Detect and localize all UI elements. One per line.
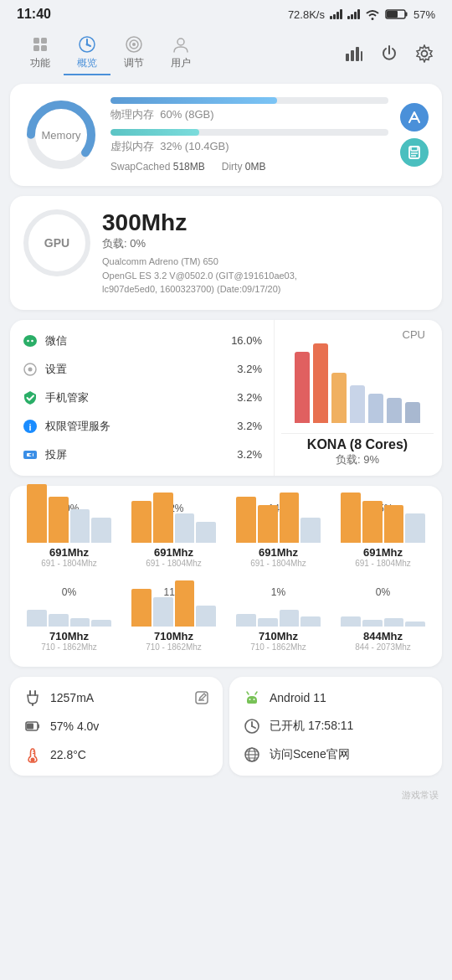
svg-point-27 xyxy=(31,339,33,342)
battery-item: 57% 4.0v xyxy=(23,717,209,735)
cpu-app-cast: 投屏 3.2% xyxy=(10,441,274,469)
gpu-freq: 300Mhz xyxy=(102,209,429,236)
svg-point-11 xyxy=(177,39,184,45)
dirty-val: 0MB xyxy=(245,161,266,173)
core-item-1: 19%691Mhz691 - 1804Mhz xyxy=(20,496,118,573)
cpu-bar-4 xyxy=(350,385,365,423)
mem-action-btns xyxy=(400,103,429,167)
settings-icon[interactable] xyxy=(413,43,435,64)
svg-point-10 xyxy=(132,43,136,46)
status-time: 11:40 xyxy=(17,7,51,22)
svg-point-25 xyxy=(23,335,37,347)
cpu-app-card: 微信 16.0% 设置 3.2% 手机管家 3.2% xyxy=(10,320,442,476)
svg-rect-14 xyxy=(356,47,359,61)
virt-label: 虚拟内存 xyxy=(110,140,154,152)
svg-rect-1 xyxy=(405,13,408,17)
power-icon[interactable] xyxy=(378,43,400,64)
tab-gongnen-label: 功能 xyxy=(30,56,50,70)
wifi-icon xyxy=(365,8,380,20)
phys-mem-bar xyxy=(110,97,277,104)
core-item-4: 15%691Mhz691 - 1804Mhz xyxy=(334,496,432,573)
core-bars-7 xyxy=(236,600,321,627)
mem-footer: SwapCached 518MB Dirty 0MB xyxy=(110,161,388,173)
core-grid-card: 19%691Mhz691 - 1804Mhz12%691Mhz691 - 180… xyxy=(10,486,442,667)
temp-item: 22.8°C xyxy=(23,745,209,764)
website-text: 访问Scene官网 xyxy=(270,747,350,762)
signal-icon-2 xyxy=(347,9,360,19)
website-item[interactable]: 访问Scene官网 xyxy=(243,745,429,764)
svg-rect-39 xyxy=(38,724,39,728)
settings-name: 设置 xyxy=(45,362,220,377)
edit-icon[interactable] xyxy=(194,690,209,705)
dirty-key: Dirty xyxy=(222,161,243,173)
cpu-chart-label: CPU xyxy=(403,328,425,341)
gpu-info: 300Mhz 负载: 0% Qualcomm Adreno (TM) 650Op… xyxy=(102,209,429,297)
cpu-bar-1 xyxy=(295,352,310,423)
permission-pct: 3.2% xyxy=(227,420,262,432)
cpu-app-wechat: 微信 16.0% xyxy=(10,327,274,355)
svg-rect-2 xyxy=(387,11,398,18)
gpu-circle: GPU xyxy=(23,209,90,276)
manager-pct: 3.2% xyxy=(227,391,262,404)
cpu-bar-6 xyxy=(387,398,402,423)
gpu-label: GPU xyxy=(44,236,69,250)
svg-point-7 xyxy=(86,44,89,46)
cpu-name: KONA (8 Cores) xyxy=(307,437,408,452)
power-text: 1257mA xyxy=(50,691,94,704)
tab-gaiulan[interactable]: 概览 xyxy=(64,32,110,75)
svg-rect-40 xyxy=(27,723,33,729)
mem-clean-btn[interactable] xyxy=(400,103,429,132)
nav-bar: 功能 概览 调节 用户 xyxy=(0,27,452,84)
svg-line-50 xyxy=(252,726,255,728)
core-item-5: 0%710Mhz710 - 1862Mhz xyxy=(20,580,118,657)
phys-label: 物理内存 xyxy=(110,108,154,121)
watermark-text: 游戏常误 xyxy=(402,790,439,800)
manager-name: 手机管家 xyxy=(45,390,220,405)
core-item-7: 1%710Mhz710 - 1862Mhz xyxy=(229,580,327,657)
status-right: 72.8K/s 57% xyxy=(288,8,435,21)
battery-icon xyxy=(385,8,408,20)
swapcached-val: 518MB xyxy=(173,161,205,173)
cpu-app-settings: 设置 3.2% xyxy=(10,355,274,384)
gpu-desc: Qualcomm Adreno (TM) 650OpenGL ES 3.2 V@… xyxy=(102,255,429,297)
svg-point-45 xyxy=(254,699,255,700)
svg-rect-13 xyxy=(351,50,354,61)
core-bars-2 xyxy=(131,516,216,543)
temp-icon xyxy=(23,745,42,764)
virt-mem-bar xyxy=(110,129,199,136)
bottom-right-card: Android 11 已开机 17:58:11 xyxy=(229,677,442,776)
cpu-info: KONA (8 Cores) 负载: 9% xyxy=(307,437,408,467)
svg-point-44 xyxy=(249,699,251,700)
chart-icon[interactable] xyxy=(343,43,365,64)
cpu-bar-7 xyxy=(405,402,420,423)
manager-icon xyxy=(22,389,39,406)
settings-pct: 3.2% xyxy=(227,363,262,375)
swapcached-key: SwapCached xyxy=(110,161,170,173)
mem-save-btn[interactable] xyxy=(400,138,429,167)
cpu-bar-5 xyxy=(368,394,383,423)
core-bars-5 xyxy=(27,600,111,627)
cpu-bars xyxy=(295,339,420,423)
cast-pct: 3.2% xyxy=(227,448,262,461)
svg-rect-36 xyxy=(196,692,208,704)
battery-text: 57% 4.0v xyxy=(50,720,99,733)
tab-tiaojie[interactable]: 调节 xyxy=(110,32,157,75)
core-bars-1 xyxy=(27,516,111,543)
svg-point-17 xyxy=(422,51,428,57)
gpu-card: GPU 300Mhz 负载: 0% Qualcomm Adreno (TM) 6… xyxy=(10,196,442,310)
phys-value: 60% (8GB) xyxy=(160,108,213,121)
svg-rect-6 xyxy=(41,45,47,51)
wechat-pct: 16.0% xyxy=(227,334,262,347)
permission-icon: i xyxy=(22,418,39,435)
svg-rect-4 xyxy=(41,38,47,44)
core-item-6: 11%710Mhz710 - 1862Mhz xyxy=(125,580,223,657)
tab-gongnen[interactable]: 功能 xyxy=(17,32,64,75)
uptime-text: 已开机 17:58:11 xyxy=(270,719,353,734)
gpu-load: 负载: 0% xyxy=(102,236,429,251)
svg-point-26 xyxy=(27,339,29,342)
virt-value: 32% (10.4GB) xyxy=(160,140,229,152)
svg-line-47 xyxy=(255,692,257,694)
tab-yonghu[interactable]: 用户 xyxy=(157,32,204,75)
cpu-app-permission: i 权限管理服务 3.2% xyxy=(10,412,274,441)
cpu-chart-area: CPU KONA (8 Cores) 负载: 9% xyxy=(275,320,442,476)
